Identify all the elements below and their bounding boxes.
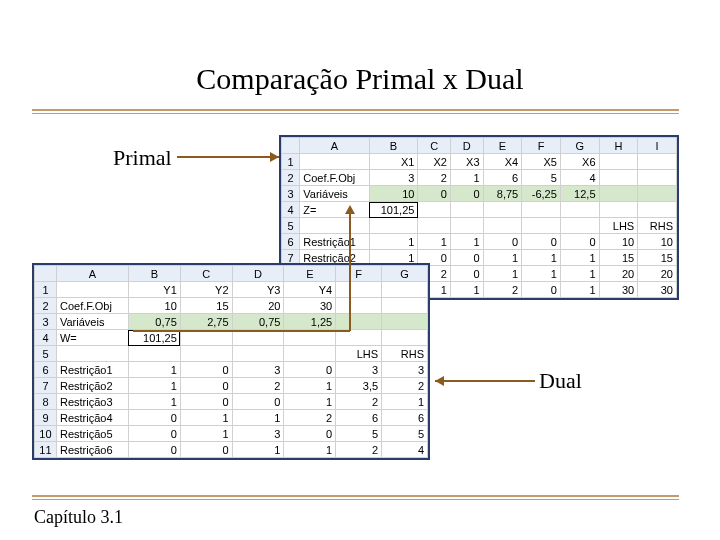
cell [336,282,382,298]
cell: 1 [418,234,451,250]
row-header: 8 [35,394,57,410]
cell: 4 [382,442,428,458]
row-header: 3 [282,186,300,202]
row-label [300,154,369,170]
cell: 1 [284,442,336,458]
cell: 20 [599,266,638,282]
row-header: 2 [282,170,300,186]
cell: 1 [450,282,483,298]
cell: 1 [128,362,180,378]
row-label: Variáveis [300,186,369,202]
cell: 5 [382,426,428,442]
row-label: W= [56,330,128,346]
cell [232,346,284,362]
cell: 2 [336,394,382,410]
cell [382,314,428,330]
col-header: D [232,266,284,282]
col-header: B [369,138,418,154]
label-dual: Dual [539,368,582,394]
cell [483,218,522,234]
cell: 1 [128,378,180,394]
cell: RHS [638,218,677,234]
row-label: Restrição1 [300,234,369,250]
cell: 2 [418,170,451,186]
cell [128,346,180,362]
cell: Y1 [128,282,180,298]
cell: 12,5 [560,186,599,202]
cell: 30 [638,282,677,298]
col-header: D [450,138,483,154]
row-label: Coef.F.Obj [300,170,369,186]
row-header: 6 [282,234,300,250]
cell [560,218,599,234]
cell: Y4 [284,282,336,298]
cell: 0 [450,250,483,266]
cell: 10 [599,234,638,250]
cell: 1 [522,266,561,282]
row-header: 6 [35,362,57,378]
cell [450,202,483,218]
cell: LHS [336,346,382,362]
cell: 30 [599,282,638,298]
cell: 0 [180,394,232,410]
footer: Capítulo 3.1 [34,507,123,528]
cell: 2 [483,282,522,298]
cell [180,330,232,346]
divider-top [32,109,679,114]
cell: 0 [128,442,180,458]
row-header: 9 [35,410,57,426]
cell [382,282,428,298]
row-label: Restrição3 [56,394,128,410]
row-label: Restrição6 [56,442,128,458]
cell [284,346,336,362]
cell: 101,25 [369,202,418,218]
cell: 0 [128,426,180,442]
cell [599,154,638,170]
cell [599,186,638,202]
dual-spreadsheet: ABCDEFG1Y1Y2Y3Y42Coef.F.Obj101520303Vari… [32,263,430,460]
cell: X6 [560,154,599,170]
cell: 1 [128,394,180,410]
cell: 4 [560,170,599,186]
cell: 10 [369,186,418,202]
cell: X5 [522,154,561,170]
col-header: E [284,266,336,282]
cell: 0 [418,186,451,202]
row-header: 3 [35,314,57,330]
cell [599,202,638,218]
cell [336,330,382,346]
cell: 0 [284,362,336,378]
cell: 1 [483,266,522,282]
cell: 2 [232,378,284,394]
cell: 1 [369,234,418,250]
dual-table: ABCDEFG1Y1Y2Y3Y42Coef.F.Obj101520303Vari… [34,265,428,458]
col-header [282,138,300,154]
cell: 0 [180,362,232,378]
cell: 10 [638,234,677,250]
col-header: G [560,138,599,154]
cell: 101,25 [128,330,180,346]
cell [336,314,382,330]
cell: 0 [450,186,483,202]
cell [450,218,483,234]
cell: 0 [180,442,232,458]
cell: LHS [599,218,638,234]
row-header: 7 [35,378,57,394]
col-header [35,266,57,282]
cell: 20 [232,298,284,314]
cell: 0,75 [128,314,180,330]
divider-bottom [32,495,679,500]
cell [560,202,599,218]
cell: 1 [560,250,599,266]
cell: 6 [336,410,382,426]
cell: 3,5 [336,378,382,394]
cell: 1 [483,250,522,266]
cell: X1 [369,154,418,170]
cell: 0,75 [232,314,284,330]
row-label: Coef.F.Obj [56,298,128,314]
cell: 0 [483,234,522,250]
cell [180,346,232,362]
cell [336,298,382,314]
cell: 30 [284,298,336,314]
cell: 5 [522,170,561,186]
